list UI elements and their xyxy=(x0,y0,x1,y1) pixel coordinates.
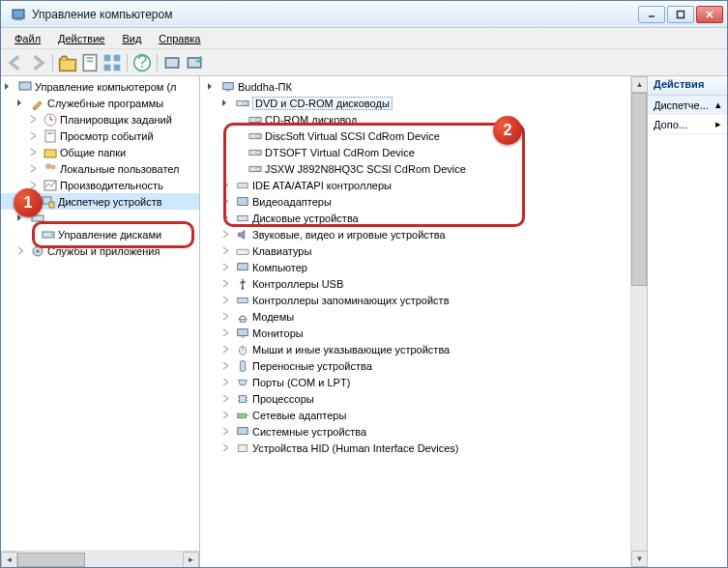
scroll-up-button[interactable]: ▲ xyxy=(631,76,648,93)
device-jsxw[interactable]: JSXW J892N8HQ3C SCSI CdRom Device xyxy=(200,160,630,177)
device-category-portable[interactable]: Переносные устройства xyxy=(200,357,630,374)
svg-point-45 xyxy=(256,151,260,155)
tree-task-scheduler[interactable]: Планировщик заданий xyxy=(1,111,199,128)
properties-button[interactable] xyxy=(79,52,101,73)
tree-event-viewer[interactable]: Просмотр событий xyxy=(1,128,199,144)
scroll-right-button[interactable]: ► xyxy=(183,552,199,568)
left-hscrollbar[interactable]: ◄ ► xyxy=(1,551,199,567)
device-category-ports[interactable]: Порты (COM и LPT) xyxy=(200,374,630,390)
device-discsoft[interactable]: DiscSoft Virtual SCSI CdRom Device xyxy=(200,128,630,144)
view-button[interactable] xyxy=(102,52,123,73)
refresh-button[interactable] xyxy=(184,52,205,73)
forward-button xyxy=(27,52,48,73)
device-cdrom[interactable]: CD-ROM дисковод xyxy=(200,111,630,128)
menu-file[interactable]: Файл xyxy=(7,31,48,46)
menu-action[interactable]: Действие xyxy=(50,31,112,46)
computer-icon xyxy=(220,79,236,95)
actions-item-more[interactable]: Допо... ▸ xyxy=(648,115,727,134)
shared-folder-icon xyxy=(43,145,58,160)
svg-rect-17 xyxy=(165,58,178,68)
device-category-storagectl[interactable]: Контроллеры запоминающих устройств xyxy=(200,292,630,308)
tree-performance[interactable]: Производительность xyxy=(1,177,199,193)
display-adapter-icon xyxy=(235,194,250,210)
tree-local-users[interactable]: Локальные пользовател xyxy=(1,160,199,177)
device-category-system[interactable]: Системные устройства xyxy=(200,423,630,440)
device-dtsoft[interactable]: DTSOFT Virtual CdRom Device xyxy=(200,144,630,160)
device-tree[interactable]: Buddha-ПК DVD и CD-ROM дисководы CD-ROM … xyxy=(200,76,630,567)
scan-button[interactable] xyxy=(161,52,183,73)
svg-rect-54 xyxy=(238,298,248,302)
svg-point-35 xyxy=(37,249,40,252)
keyboard-icon xyxy=(235,243,250,259)
help-button[interactable]: ? xyxy=(131,52,153,73)
scroll-thumb[interactable] xyxy=(17,553,85,567)
svg-rect-31 xyxy=(32,215,44,221)
tree-device-manager[interactable]: Диспетчер устройств xyxy=(1,193,199,210)
expand-arrow-icon: ▸ xyxy=(715,118,721,130)
minimize-button[interactable] xyxy=(638,6,665,23)
device-category-dvd[interactable]: DVD и CD-ROM дисководы xyxy=(200,95,630,111)
svg-point-53 xyxy=(242,287,245,290)
device-category-cpu[interactable]: Процессоры xyxy=(200,390,630,407)
device-category-mouse[interactable]: Мыши и иные указывающие устройства xyxy=(200,341,630,357)
usb-icon xyxy=(235,276,250,292)
close-button[interactable] xyxy=(696,6,723,23)
device-category-computer[interactable]: Компьютер xyxy=(200,259,630,275)
device-category-keyboard[interactable]: Клавиатуры xyxy=(200,242,630,259)
device-tree-pane: Buddha-ПК DVD и CD-ROM дисководы CD-ROM … xyxy=(200,76,648,567)
device-category-sound[interactable]: Звуковые, видео и игровые устройства xyxy=(200,226,630,242)
app-icon xyxy=(11,7,26,22)
titlebar[interactable]: Управление компьютером xyxy=(1,1,727,28)
svg-text:?: ? xyxy=(137,53,147,71)
cd-icon xyxy=(248,128,263,144)
actions-item-devicemgr[interactable]: Диспетче... ▴ xyxy=(648,96,727,115)
scroll-thumb[interactable] xyxy=(631,93,647,286)
tree-shared-folders[interactable]: Общие папки xyxy=(1,144,199,160)
device-category-disk[interactable]: Дисковые устройства xyxy=(200,210,630,226)
cpu-icon xyxy=(235,391,250,407)
event-icon xyxy=(43,128,58,144)
svg-rect-18 xyxy=(188,58,200,68)
device-category-video[interactable]: Видеоадаптеры xyxy=(200,193,630,210)
tree-root-computer-mgmt[interactable]: Управление компьютером (л xyxy=(1,78,199,95)
svg-rect-23 xyxy=(45,130,55,142)
menu-help[interactable]: Справка xyxy=(151,31,208,46)
tree-storage[interactable]: Запоминающие устройства xyxy=(1,210,199,226)
cd-icon xyxy=(248,112,263,128)
svg-rect-25 xyxy=(44,150,56,157)
device-category-network[interactable]: Сетевые адаптеры xyxy=(200,407,630,423)
svg-rect-19 xyxy=(19,82,31,90)
scroll-down-button[interactable]: ▼ xyxy=(631,551,648,567)
center-vscrollbar[interactable]: ▲ ▼ xyxy=(630,76,647,567)
up-button[interactable] xyxy=(57,52,78,73)
computer-icon xyxy=(17,79,33,95)
svg-rect-51 xyxy=(237,249,248,254)
device-category-ide[interactable]: IDE ATA/ATAPI контроллеры xyxy=(200,177,630,193)
actions-pane: Действия Диспетче... ▴ Допо... ▸ xyxy=(648,76,727,567)
device-root[interactable]: Buddha-ПК xyxy=(200,78,630,95)
tree-disk-management[interactable]: Управление дисками xyxy=(1,226,199,242)
storage-icon xyxy=(30,211,45,226)
console-tree-pane: Управление компьютером (л Служебные прог… xyxy=(1,76,200,567)
maximize-button[interactable] xyxy=(667,6,694,23)
port-icon xyxy=(235,375,250,390)
tree-system-tools[interactable]: Служебные программы xyxy=(1,95,199,111)
users-icon xyxy=(43,161,58,177)
svg-rect-4 xyxy=(678,11,684,17)
svg-rect-0 xyxy=(13,10,24,18)
svg-rect-66 xyxy=(238,413,247,417)
device-category-modem[interactable]: Модемы xyxy=(200,308,630,325)
svg-point-27 xyxy=(51,164,56,169)
device-category-monitor[interactable]: Мониторы xyxy=(200,325,630,341)
device-category-hid[interactable]: Устройства HID (Human Interface Devices) xyxy=(200,440,630,456)
tree-services-apps[interactable]: Службы и приложения xyxy=(1,242,199,259)
scroll-left-button[interactable]: ◄ xyxy=(1,552,17,568)
svg-rect-36 xyxy=(223,82,234,89)
console-tree[interactable]: Управление компьютером (л Служебные прог… xyxy=(1,76,199,551)
device-manager-icon xyxy=(41,194,56,210)
actions-header: Действия xyxy=(648,76,727,96)
svg-rect-11 xyxy=(104,54,111,61)
svg-rect-48 xyxy=(238,183,248,187)
menu-view[interactable]: Вид xyxy=(114,31,149,46)
device-category-usb[interactable]: Контроллеры USB xyxy=(200,275,630,292)
